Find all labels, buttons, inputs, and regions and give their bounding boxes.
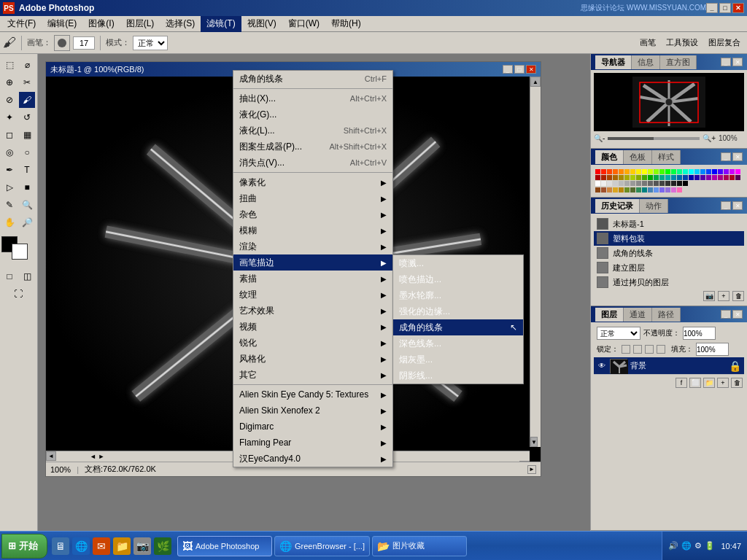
layers-close[interactable]: ✕ [732,310,743,319]
alien-eye-candy-item[interactable]: Alien Skin Eye Candy 5: Textures ▶ [233,386,392,402]
swatch[interactable] [613,169,618,174]
swatch[interactable] [636,175,641,180]
blur-item[interactable]: 模糊 ▶ [233,222,392,238]
swatch[interactable] [636,187,641,192]
swatch[interactable] [601,169,606,174]
new-group-btn[interactable]: 📁 [703,378,715,388]
swatch[interactable] [671,181,676,186]
sketch-item[interactable]: 素描 ▶ [233,271,392,287]
texture-item[interactable]: 纹理 ▶ [233,287,392,303]
angled-strokes-item[interactable]: 成角的线条 ↖ [393,319,523,335]
swatch[interactable] [718,169,723,174]
sumi-e-item[interactable]: 烟灰墨... [393,351,523,368]
background-color[interactable] [12,244,28,260]
doc-maximize[interactable]: □ [514,65,525,74]
tab-swatches[interactable]: 色板 [624,150,652,164]
blend-mode-select[interactable]: 正常 [133,36,168,50]
history-item-1[interactable]: 成角的线条 [594,246,744,260]
dark-strokes-item[interactable]: 深色线条... [393,335,523,351]
swatch[interactable] [595,181,600,186]
splash-item[interactable]: 喷溅... [393,255,523,271]
layer-comps-btn[interactable]: 图层复合 [705,35,744,50]
tab-history[interactable]: 历史记录 [595,199,640,213]
tab-actions[interactable]: 动作 [640,199,668,213]
zoom-out-icon[interactable]: 🔍- [594,134,605,142]
swatch[interactable] [624,181,630,186]
quickmask-mode[interactable]: ◫ [19,268,35,284]
tab-layers[interactable]: 图层 [595,308,624,322]
gradient-tool[interactable]: ▦ [19,127,35,143]
add-mask-btn[interactable]: ⬜ [689,378,701,388]
sharpen-item[interactable]: 锐化 ▶ [233,335,392,351]
shape-tool[interactable]: ■ [19,179,35,195]
doc-minimize[interactable]: _ [503,65,513,74]
tab-navigator[interactable]: 导航器 [595,55,632,69]
history-item-3[interactable]: 通过拷贝的图层 [594,275,744,289]
nav-panel-close[interactable]: ✕ [732,58,743,66]
zoom-slider[interactable] [608,137,700,140]
swatch[interactable] [595,175,600,180]
history-item-2[interactable]: 建立图层 [594,260,744,275]
lock-position-btn[interactable] [645,345,654,354]
history-new-btn[interactable]: + [718,291,729,301]
swatch[interactable] [694,175,700,180]
history-brush-tool[interactable]: ↺ [19,109,35,125]
crosshatch-item[interactable]: 阴影线... [393,368,523,384]
maximize-button[interactable]: □ [719,3,731,13]
render-item[interactable]: 渲染 ▶ [233,238,392,254]
han-eyecandy-item[interactable]: 汉EyeCandy4.0 ▶ [233,451,392,467]
swatch[interactable] [677,187,682,192]
folder-icon[interactable]: 📁 [113,537,131,555]
swatch[interactable] [735,169,740,174]
swatch[interactable] [595,169,600,174]
flaming-pear-item[interactable]: Flaming Pear ▶ [233,435,392,451]
distort-item[interactable]: 扭曲 ▶ [233,190,392,206]
eraser-tool[interactable]: ◻ [1,127,18,143]
menu-help[interactable]: 帮助(H) [325,16,367,32]
swatch[interactable] [671,187,676,192]
swatch[interactable] [630,181,635,186]
swatch[interactable] [648,181,653,186]
swatch[interactable] [619,187,624,192]
swatch[interactable] [683,169,688,174]
history-minimize[interactable]: _ [721,201,731,210]
swatch[interactable] [689,175,694,180]
artistic-item[interactable]: 艺术效果 ▶ [233,303,392,319]
eyedropper-tool[interactable]: 🔍 [19,197,35,213]
menu-filter[interactable]: 滤镜(T) [201,16,241,32]
liquify-item[interactable]: 液化(L)... Shift+Ctrl+X [233,122,392,139]
browser2-icon[interactable]: 🌿 [154,537,171,555]
swatch[interactable] [607,169,612,174]
swatch[interactable] [706,169,711,174]
swatch[interactable] [601,181,606,186]
doc-close[interactable]: ✕ [526,65,536,74]
swatch[interactable] [648,169,653,174]
tab-styles[interactable]: 样式 [652,150,681,164]
swatch[interactable] [654,169,659,174]
swatch[interactable] [630,169,635,174]
last-filter-item[interactable]: 成角的线条 Ctrl+F [233,71,392,87]
brushes-panel-btn[interactable]: 画笔 [636,35,659,50]
taskbar-photoshop[interactable]: 🖼 Adobe Photoshop [177,536,272,556]
spray-stroke-item[interactable]: 喷色描边... [393,271,523,287]
pixelate-item[interactable]: 像素化 ▶ [233,174,392,190]
screen-mode[interactable]: ⛶ [1,286,35,302]
menu-file[interactable]: 文件(F) [1,16,42,32]
layers-minimize[interactable]: _ [721,310,731,319]
swatch[interactable] [712,169,717,174]
layer-item-background[interactable]: 👁 背景 🔒 [594,357,744,375]
swatch[interactable] [665,187,670,192]
menu-select[interactable]: 选择(S) [160,16,201,32]
vertical-scrollbar[interactable]: ▲ ▼ [530,77,541,447]
delete-layer-btn[interactable]: 🗑 [731,378,743,388]
fill-input[interactable] [696,343,729,356]
tab-info[interactable]: 信息 [632,55,660,69]
swatch[interactable] [706,175,711,180]
pen-tool[interactable]: ✒ [1,162,18,178]
new-layer-btn[interactable]: + [717,378,729,388]
show-desktop-icon[interactable]: 🖥 [52,537,69,555]
extract-item[interactable]: 抽出(X)... Alt+Ctrl+X [233,90,392,106]
blur-tool[interactable]: ◎ [1,144,18,160]
scroll-down[interactable]: ▼ [530,437,538,447]
swatch[interactable] [648,187,653,192]
